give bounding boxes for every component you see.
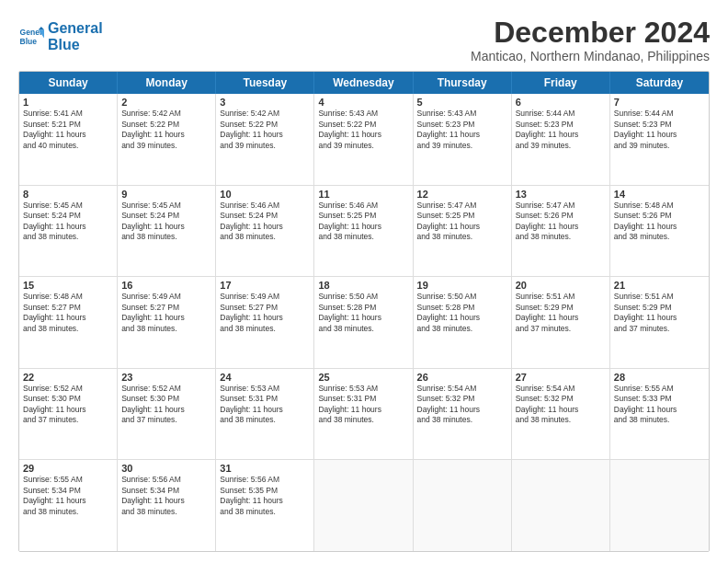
calendar-day-empty: [610, 460, 709, 551]
day-info: Sunrise: 5:43 AM Sunset: 5:23 PM Dayligh…: [417, 109, 507, 151]
calendar-day-23: 23Sunrise: 5:52 AM Sunset: 5:30 PM Dayli…: [118, 369, 216, 460]
day-info: Sunrise: 5:54 AM Sunset: 5:32 PM Dayligh…: [417, 384, 507, 426]
calendar-day-5: 5Sunrise: 5:43 AM Sunset: 5:23 PM Daylig…: [414, 94, 512, 185]
day-info: Sunrise: 5:44 AM Sunset: 5:23 PM Dayligh…: [516, 109, 606, 151]
logo-text: General Blue: [48, 20, 103, 52]
calendar-day-9: 9Sunrise: 5:45 AM Sunset: 5:24 PM Daylig…: [118, 186, 216, 277]
calendar-week-3: 15Sunrise: 5:48 AM Sunset: 5:27 PM Dayli…: [19, 277, 709, 369]
day-number: 5: [417, 97, 507, 108]
day-info: Sunrise: 5:49 AM Sunset: 5:27 PM Dayligh…: [220, 292, 310, 334]
day-number: 13: [516, 189, 606, 200]
calendar-day-empty: [512, 460, 610, 551]
calendar-week-1: 1Sunrise: 5:41 AM Sunset: 5:21 PM Daylig…: [19, 94, 709, 186]
logo-line1: General: [48, 20, 103, 36]
day-number: 24: [220, 372, 310, 383]
header: General Blue General Blue December 2024 …: [18, 17, 710, 63]
header-day-wednesday: Wednesday: [314, 72, 413, 94]
calendar-day-6: 6Sunrise: 5:44 AM Sunset: 5:23 PM Daylig…: [512, 94, 610, 185]
calendar-day-12: 12Sunrise: 5:47 AM Sunset: 5:25 PM Dayli…: [414, 186, 512, 277]
day-info: Sunrise: 5:45 AM Sunset: 5:24 PM Dayligh…: [23, 201, 113, 243]
day-number: 6: [516, 97, 606, 108]
day-number: 21: [614, 280, 705, 291]
logo-icon: General Blue: [18, 24, 44, 50]
day-info: Sunrise: 5:55 AM Sunset: 5:33 PM Dayligh…: [614, 384, 705, 426]
day-number: 26: [417, 372, 507, 383]
calendar-subtitle: Manticao, Northern Mindanao, Philippines: [471, 49, 710, 63]
day-info: Sunrise: 5:51 AM Sunset: 5:29 PM Dayligh…: [614, 292, 705, 334]
calendar-week-2: 8Sunrise: 5:45 AM Sunset: 5:24 PM Daylig…: [19, 186, 709, 278]
header-day-thursday: Thursday: [414, 72, 512, 94]
calendar-body: 1Sunrise: 5:41 AM Sunset: 5:21 PM Daylig…: [19, 94, 709, 551]
day-info: Sunrise: 5:56 AM Sunset: 5:35 PM Dayligh…: [220, 475, 310, 517]
page: General Blue General Blue December 2024 …: [0, 0, 728, 563]
calendar-header-row: SundayMondayTuesdayWednesdayThursdayFrid…: [19, 72, 709, 94]
day-number: 31: [220, 463, 310, 474]
day-info: Sunrise: 5:46 AM Sunset: 5:24 PM Dayligh…: [220, 201, 310, 243]
calendar-day-empty: [414, 460, 512, 551]
day-info: Sunrise: 5:41 AM Sunset: 5:21 PM Dayligh…: [23, 109, 113, 151]
calendar-day-21: 21Sunrise: 5:51 AM Sunset: 5:29 PM Dayli…: [610, 277, 709, 368]
calendar-day-19: 19Sunrise: 5:50 AM Sunset: 5:28 PM Dayli…: [414, 277, 512, 368]
header-day-friday: Friday: [512, 72, 610, 94]
header-day-monday: Monday: [118, 72, 216, 94]
day-number: 9: [121, 189, 211, 200]
day-info: Sunrise: 5:44 AM Sunset: 5:23 PM Dayligh…: [614, 109, 705, 151]
day-number: 20: [516, 280, 606, 291]
calendar-day-empty: [314, 460, 413, 551]
day-number: 4: [318, 97, 408, 108]
calendar-day-20: 20Sunrise: 5:51 AM Sunset: 5:29 PM Dayli…: [512, 277, 610, 368]
calendar: SundayMondayTuesdayWednesdayThursdayFrid…: [18, 71, 710, 552]
calendar-day-4: 4Sunrise: 5:43 AM Sunset: 5:22 PM Daylig…: [314, 94, 413, 185]
day-info: Sunrise: 5:48 AM Sunset: 5:27 PM Dayligh…: [23, 292, 113, 334]
day-info: Sunrise: 5:51 AM Sunset: 5:29 PM Dayligh…: [516, 292, 606, 334]
day-info: Sunrise: 5:56 AM Sunset: 5:34 PM Dayligh…: [121, 475, 211, 517]
day-number: 27: [516, 372, 606, 383]
calendar-day-22: 22Sunrise: 5:52 AM Sunset: 5:30 PM Dayli…: [19, 369, 118, 460]
calendar-day-26: 26Sunrise: 5:54 AM Sunset: 5:32 PM Dayli…: [414, 369, 512, 460]
day-number: 18: [318, 280, 408, 291]
day-number: 14: [614, 189, 705, 200]
day-info: Sunrise: 5:42 AM Sunset: 5:22 PM Dayligh…: [121, 109, 211, 151]
day-number: 30: [121, 463, 211, 474]
header-day-sunday: Sunday: [19, 72, 118, 94]
svg-text:Blue: Blue: [20, 36, 38, 45]
logo-line2: Blue: [48, 37, 80, 52]
day-number: 15: [23, 280, 113, 291]
calendar-day-1: 1Sunrise: 5:41 AM Sunset: 5:21 PM Daylig…: [19, 94, 118, 185]
day-info: Sunrise: 5:48 AM Sunset: 5:26 PM Dayligh…: [614, 201, 705, 243]
calendar-day-29: 29Sunrise: 5:55 AM Sunset: 5:34 PM Dayli…: [19, 460, 118, 551]
calendar-day-30: 30Sunrise: 5:56 AM Sunset: 5:34 PM Dayli…: [118, 460, 216, 551]
day-number: 2: [121, 97, 211, 108]
calendar-title: December 2024: [471, 17, 710, 49]
calendar-day-13: 13Sunrise: 5:47 AM Sunset: 5:26 PM Dayli…: [512, 186, 610, 277]
title-block: December 2024 Manticao, Northern Mindana…: [471, 17, 710, 63]
calendar-day-2: 2Sunrise: 5:42 AM Sunset: 5:22 PM Daylig…: [118, 94, 216, 185]
day-info: Sunrise: 5:53 AM Sunset: 5:31 PM Dayligh…: [318, 384, 408, 426]
calendar-day-28: 28Sunrise: 5:55 AM Sunset: 5:33 PM Dayli…: [610, 369, 709, 460]
calendar-day-24: 24Sunrise: 5:53 AM Sunset: 5:31 PM Dayli…: [216, 369, 314, 460]
day-number: 3: [220, 97, 310, 108]
day-info: Sunrise: 5:55 AM Sunset: 5:34 PM Dayligh…: [23, 475, 113, 517]
day-number: 17: [220, 280, 310, 291]
day-info: Sunrise: 5:47 AM Sunset: 5:25 PM Dayligh…: [417, 201, 507, 243]
calendar-day-3: 3Sunrise: 5:42 AM Sunset: 5:22 PM Daylig…: [216, 94, 314, 185]
day-number: 16: [121, 280, 211, 291]
logo: General Blue General Blue: [18, 20, 103, 52]
day-info: Sunrise: 5:49 AM Sunset: 5:27 PM Dayligh…: [121, 292, 211, 334]
day-info: Sunrise: 5:47 AM Sunset: 5:26 PM Dayligh…: [516, 201, 606, 243]
day-number: 11: [318, 189, 408, 200]
day-number: 29: [23, 463, 113, 474]
calendar-day-8: 8Sunrise: 5:45 AM Sunset: 5:24 PM Daylig…: [19, 186, 118, 277]
header-day-tuesday: Tuesday: [216, 72, 314, 94]
day-info: Sunrise: 5:52 AM Sunset: 5:30 PM Dayligh…: [23, 384, 113, 426]
day-number: 19: [417, 280, 507, 291]
calendar-day-31: 31Sunrise: 5:56 AM Sunset: 5:35 PM Dayli…: [216, 460, 314, 551]
day-info: Sunrise: 5:43 AM Sunset: 5:22 PM Dayligh…: [318, 109, 408, 151]
day-number: 25: [318, 372, 408, 383]
day-number: 22: [23, 372, 113, 383]
day-number: 1: [23, 97, 113, 108]
calendar-day-25: 25Sunrise: 5:53 AM Sunset: 5:31 PM Dayli…: [314, 369, 413, 460]
day-info: Sunrise: 5:53 AM Sunset: 5:31 PM Dayligh…: [220, 384, 310, 426]
calendar-day-17: 17Sunrise: 5:49 AM Sunset: 5:27 PM Dayli…: [216, 277, 314, 368]
day-info: Sunrise: 5:50 AM Sunset: 5:28 PM Dayligh…: [417, 292, 507, 334]
